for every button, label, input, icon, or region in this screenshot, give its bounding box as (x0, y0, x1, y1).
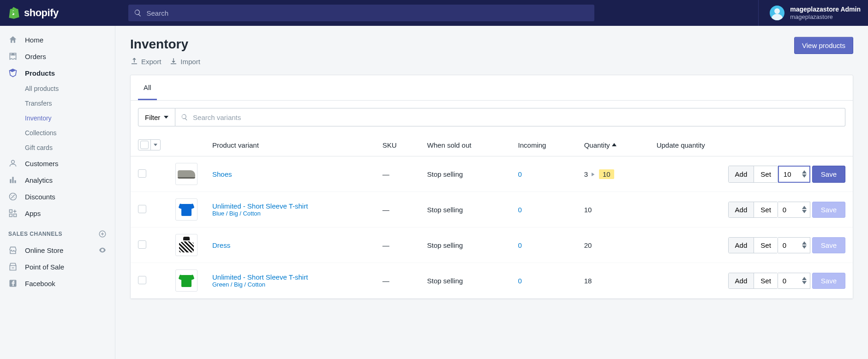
col-product[interactable]: Product variant (205, 134, 375, 156)
home-icon (8, 35, 18, 44)
nav-transfers[interactable]: Transfers (0, 96, 115, 111)
add-button[interactable]: Add (729, 238, 754, 253)
page-title: Inventory (130, 37, 200, 52)
set-button[interactable]: Set (754, 238, 778, 253)
search-box[interactable] (128, 5, 594, 21)
select-all-checkbox[interactable] (140, 141, 149, 149)
nav-products[interactable]: Products (0, 65, 115, 81)
global-search (128, 5, 594, 21)
col-sku[interactable]: SKU (375, 134, 420, 156)
view-products-button[interactable]: View products (794, 37, 853, 54)
inventory-card: All Filter (130, 75, 853, 299)
sold-out-cell: Stop selling (420, 192, 511, 227)
nav-orders[interactable]: Orders (0, 48, 115, 65)
nav-analytics[interactable]: Analytics (0, 172, 115, 188)
product-thumb[interactable] (175, 198, 198, 221)
caret-down-icon (164, 115, 168, 120)
product-link[interactable]: Dress (212, 241, 230, 249)
incoming-link[interactable]: 0 (518, 206, 522, 214)
row-checkbox[interactable] (138, 205, 146, 213)
content: Inventory Export Import View products Al… (115, 26, 868, 359)
nav-customers[interactable]: Customers (0, 155, 115, 172)
add-button[interactable]: Add (729, 273, 754, 288)
variant-options[interactable]: Green / Big / Cotton (212, 281, 368, 288)
search-variants[interactable] (175, 108, 845, 126)
set-button[interactable]: Set (754, 202, 778, 217)
qty-value: 10 (584, 206, 592, 214)
spinner-up-icon[interactable] (802, 241, 807, 245)
filter-row: Filter (131, 101, 853, 134)
sold-out-cell: Stop selling (420, 156, 511, 192)
add-button[interactable]: Add (729, 166, 754, 182)
save-button[interactable]: Save (812, 166, 845, 183)
nav-home[interactable]: Home (0, 31, 115, 48)
nav-inventory[interactable]: Inventory (0, 111, 115, 126)
save-button[interactable]: Save (812, 202, 845, 218)
inventory-table: Product variant SKU When sold out Incomi… (131, 134, 853, 299)
user-menu[interactable]: mageplazastore Admin mageplazastore (758, 0, 861, 26)
incoming-link[interactable]: 0 (518, 170, 522, 178)
spinner-up-icon[interactable] (802, 277, 807, 281)
set-button[interactable]: Set (754, 273, 778, 288)
spinner (802, 167, 809, 182)
incoming-link[interactable]: 0 (518, 277, 522, 285)
col-incoming[interactable]: Incoming (511, 134, 577, 156)
spinner-down-icon[interactable] (802, 245, 807, 249)
nav-gift-cards[interactable]: Gift cards (0, 140, 115, 155)
col-quantity[interactable]: Quantity (577, 134, 649, 156)
logo[interactable]: shopify (7, 6, 114, 19)
row-checkbox[interactable] (138, 276, 146, 284)
nav-all-products[interactable]: All products (0, 81, 115, 96)
add-set-toggle: Add Set (728, 273, 778, 289)
spinner-up-icon[interactable] (802, 206, 807, 209)
save-button[interactable]: Save (812, 273, 845, 289)
search-variants-input[interactable] (193, 114, 839, 121)
svg-rect-4 (10, 214, 12, 217)
eye-icon[interactable] (98, 246, 107, 254)
nav-facebook[interactable]: Facebook (0, 275, 115, 292)
product-link[interactable]: Unlimited - Short Sleeve T-shirt (212, 202, 308, 210)
incoming-link[interactable]: 0 (518, 241, 522, 249)
export-icon (130, 57, 138, 66)
product-thumb[interactable] (175, 269, 198, 292)
select-all-caret[interactable] (150, 140, 160, 150)
sold-out-cell: Stop selling (420, 263, 511, 299)
nav-apps[interactable]: Apps (0, 205, 115, 221)
spinner-down-icon[interactable] (802, 281, 807, 284)
set-button[interactable]: Set (754, 166, 778, 182)
svg-rect-3 (14, 214, 17, 217)
nav-online-store[interactable]: Online Store (0, 242, 115, 258)
add-set-toggle: Add Set (728, 166, 778, 183)
nav-discounts[interactable]: Discounts (0, 188, 115, 205)
table-row: Shoes — Stop selling 0 310 Add Set Save (131, 156, 853, 192)
nav-collections[interactable]: Collections (0, 126, 115, 140)
product-thumb[interactable] (175, 163, 198, 185)
row-checkbox[interactable] (138, 169, 146, 178)
save-button[interactable]: Save (812, 237, 845, 253)
product-thumb[interactable] (175, 234, 198, 256)
col-update[interactable]: Update quantity (649, 134, 853, 156)
export-button[interactable]: Export (130, 57, 161, 66)
user-store: mageplazastore (790, 13, 861, 21)
add-channel-icon[interactable] (98, 230, 107, 238)
col-sold-out[interactable]: When sold out (420, 134, 511, 156)
page-header: Inventory Export Import View products (130, 37, 853, 66)
tab-all[interactable]: All (138, 75, 157, 100)
search-icon (134, 9, 142, 17)
spinner-down-icon[interactable] (802, 174, 807, 178)
nav-pos[interactable]: Point of Sale (0, 258, 115, 275)
import-button[interactable]: Import (169, 57, 200, 66)
spinner-down-icon[interactable] (802, 209, 807, 213)
variant-options[interactable]: Blue / Big / Cotton (212, 210, 368, 217)
search-icon (181, 114, 188, 121)
analytics-icon (8, 175, 18, 185)
filter-button[interactable]: Filter (138, 108, 175, 126)
select-all[interactable] (138, 139, 161, 150)
sidebar: Home Orders Products All products Transf… (0, 26, 115, 359)
row-checkbox[interactable] (138, 240, 146, 249)
add-button[interactable]: Add (729, 202, 754, 217)
spinner-up-icon[interactable] (802, 170, 807, 174)
product-link[interactable]: Shoes (212, 170, 232, 178)
search-input[interactable] (147, 9, 589, 17)
product-link[interactable]: Unlimited - Short Sleeve T-shirt (212, 273, 308, 281)
